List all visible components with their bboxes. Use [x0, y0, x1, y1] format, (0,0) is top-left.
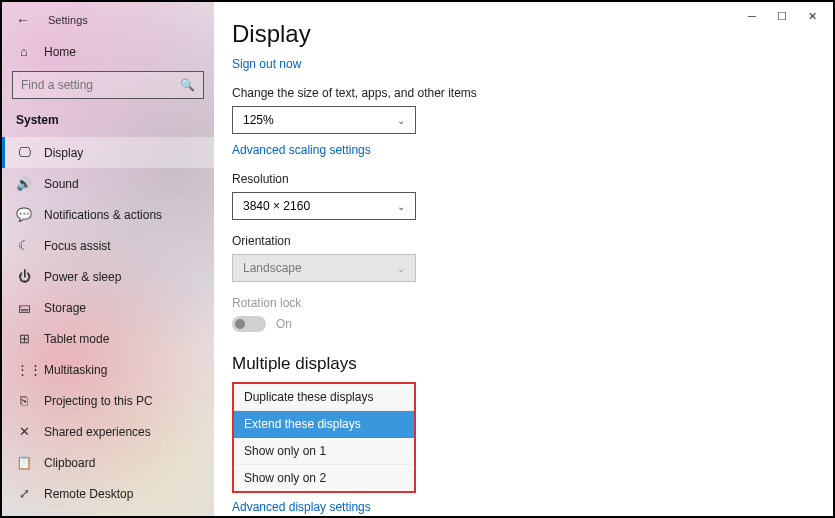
scale-dropdown-value: 125% [243, 113, 274, 127]
resolution-label: Resolution [232, 172, 813, 186]
scale-dropdown[interactable]: 125% ⌄ [232, 106, 416, 134]
sidebar-item-projecting-to-this-pc[interactable]: ⎘Projecting to this PC [2, 385, 214, 416]
window-close-button[interactable]: ✕ [797, 6, 827, 26]
sidebar: ← Settings ⌂ Home 🔍 System 🖵Display🔊Soun… [2, 2, 214, 516]
sidebar-nav-list: 🖵Display🔊Sound💬Notifications & actions☾F… [2, 137, 214, 509]
nav-icon: ⤢ [16, 486, 32, 501]
sidebar-item-focus-assist[interactable]: ☾Focus assist [2, 230, 214, 261]
nav-label: Storage [44, 301, 86, 315]
nav-icon: ⎘ [16, 393, 32, 408]
nav-icon: ☾ [16, 238, 32, 253]
nav-icon: ⊞ [16, 331, 32, 346]
resolution-dropdown-value: 3840 × 2160 [243, 199, 310, 213]
sidebar-item-sound[interactable]: 🔊Sound [2, 168, 214, 199]
multiple-displays-dropdown-open[interactable]: Duplicate these displaysExtend these dis… [232, 382, 416, 493]
sidebar-item-shared-experiences[interactable]: ✕Shared experiences [2, 416, 214, 447]
multiple-displays-option[interactable]: Show only on 2 [234, 465, 414, 491]
sidebar-home-label: Home [44, 45, 76, 59]
orientation-dropdown: Landscape ⌄ [232, 254, 416, 282]
nav-label: Display [44, 146, 83, 160]
nav-label: Projecting to this PC [44, 394, 153, 408]
scale-label: Change the size of text, apps, and other… [232, 86, 813, 100]
nav-label: Multitasking [44, 363, 107, 377]
resolution-dropdown[interactable]: 3840 × 2160 ⌄ [232, 192, 416, 220]
rotation-lock-state: On [276, 317, 292, 331]
rotation-lock-toggle [232, 316, 266, 332]
sidebar-home[interactable]: ⌂ Home [2, 36, 214, 67]
chevron-down-icon: ⌄ [397, 201, 405, 212]
back-button[interactable]: ← [12, 10, 34, 30]
advanced-display-link[interactable]: Advanced display settings [232, 500, 371, 514]
home-icon: ⌂ [16, 44, 32, 59]
nav-label: Power & sleep [44, 270, 121, 284]
sidebar-category-heading: System [2, 107, 214, 137]
nav-icon: ⋮⋮ [16, 362, 32, 377]
nav-icon: 🔊 [16, 176, 32, 191]
sidebar-item-display[interactable]: 🖵Display [2, 137, 214, 168]
sidebar-item-power-sleep[interactable]: ⏻Power & sleep [2, 261, 214, 292]
nav-label: Sound [44, 177, 79, 191]
chevron-down-icon: ⌄ [397, 115, 405, 126]
main-content: Display Sign out now Change the size of … [214, 2, 833, 516]
window-title: Settings [48, 14, 88, 26]
multiple-displays-option[interactable]: Duplicate these displays [234, 384, 414, 411]
nav-icon: ⏻ [16, 269, 32, 284]
nav-icon: 🖴 [16, 300, 32, 315]
nav-label: Notifications & actions [44, 208, 162, 222]
nav-label: Shared experiences [44, 425, 151, 439]
orientation-label: Orientation [232, 234, 813, 248]
window-maximize-button[interactable]: ☐ [767, 6, 797, 26]
advanced-scaling-link[interactable]: Advanced scaling settings [232, 143, 371, 157]
multiple-displays-option[interactable]: Show only on 1 [234, 438, 414, 465]
sidebar-item-clipboard[interactable]: 📋Clipboard [2, 447, 214, 478]
sidebar-item-notifications-actions[interactable]: 💬Notifications & actions [2, 199, 214, 230]
nav-icon: 💬 [16, 207, 32, 222]
sidebar-item-tablet-mode[interactable]: ⊞Tablet mode [2, 323, 214, 354]
nav-label: Tablet mode [44, 332, 109, 346]
sidebar-item-multitasking[interactable]: ⋮⋮Multitasking [2, 354, 214, 385]
search-input-container[interactable]: 🔍 [12, 71, 204, 99]
page-title: Display [232, 20, 813, 48]
sign-out-link[interactable]: Sign out now [232, 57, 301, 71]
nav-icon: 📋 [16, 455, 32, 470]
nav-label: Clipboard [44, 456, 95, 470]
search-input[interactable] [21, 78, 180, 92]
sidebar-item-remote-desktop[interactable]: ⤢Remote Desktop [2, 478, 214, 509]
multiple-displays-option[interactable]: Extend these displays [234, 411, 414, 438]
nav-icon: ✕ [16, 424, 32, 439]
chevron-down-icon: ⌄ [397, 263, 405, 274]
nav-icon: 🖵 [16, 145, 32, 160]
window-minimize-button[interactable]: ─ [737, 6, 767, 26]
rotation-lock-label: Rotation lock [232, 296, 813, 310]
search-icon: 🔍 [180, 78, 195, 92]
sidebar-item-storage[interactable]: 🖴Storage [2, 292, 214, 323]
nav-label: Remote Desktop [44, 487, 133, 501]
nav-label: Focus assist [44, 239, 111, 253]
orientation-dropdown-value: Landscape [243, 261, 302, 275]
multiple-displays-heading: Multiple displays [232, 354, 813, 374]
